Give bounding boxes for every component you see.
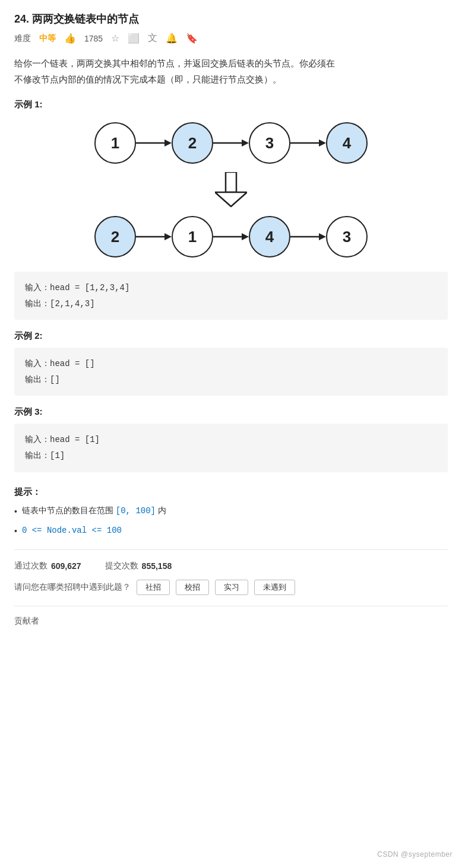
- meta-row: 难度 中等 👍 1785 ☆ ⬜ 文 🔔 🔖: [14, 32, 448, 44]
- divider2: [14, 606, 448, 606]
- diagram-top-row: 1 2 3 4: [94, 122, 368, 164]
- node-4: 4: [326, 122, 368, 164]
- arrow-1-2: [136, 136, 172, 150]
- recruit-btn-social[interactable]: 社招: [137, 580, 170, 595]
- star-icon[interactable]: ☆: [111, 33, 119, 44]
- pass-stats: 通过次数 609,627: [14, 561, 81, 571]
- bell-icon[interactable]: 🔔: [166, 33, 178, 44]
- example3-title: 示例 3:: [14, 406, 448, 418]
- example3-output: 输出：[1]: [25, 448, 437, 464]
- submit-value: 855,158: [142, 561, 172, 571]
- hint2-bullet: •: [14, 524, 17, 539]
- hint2-text: 0 <= Node.val <= 100: [22, 523, 122, 538]
- stats-row: 通过次数 609,627 提交次数 855,158: [14, 561, 448, 571]
- example3-input: 输入：head = [1]: [25, 432, 437, 448]
- arrow-b4-3: [290, 230, 326, 244]
- bookmark-icon[interactable]: 🔖: [186, 33, 198, 44]
- example2-box: 输入：head = [] 输出：[]: [14, 348, 448, 396]
- svg-marker-5: [319, 139, 326, 147]
- arrow-b1-4: [213, 230, 249, 244]
- pass-value: 609,627: [51, 561, 81, 571]
- node-b2: 2: [94, 216, 136, 257]
- example2-output: 输出：[]: [25, 372, 437, 388]
- svg-rect-6: [226, 172, 236, 192]
- translate-icon[interactable]: 文: [148, 32, 157, 44]
- hint1-bullet: •: [14, 505, 17, 519]
- arrow-b2-1: [136, 230, 172, 244]
- hint1-text-after: 内: [156, 505, 166, 515]
- diagram: 1 2 3 4 2 1 4: [14, 116, 448, 263]
- hints-section: 提示： • 链表中节点的数目在范围 [0, 100] 内 • 0 <= Node…: [14, 487, 448, 539]
- submit-label: 提交次数: [105, 561, 138, 571]
- node-1: 1: [94, 122, 136, 164]
- svg-marker-3: [242, 139, 249, 147]
- node-b4: 4: [249, 216, 290, 257]
- pass-label: 通过次数: [14, 561, 48, 571]
- svg-marker-1: [164, 139, 172, 147]
- submit-stats: 提交次数 855,158: [105, 561, 172, 571]
- svg-marker-7: [215, 192, 247, 206]
- arrow-3-4: [290, 136, 326, 150]
- example1-box: 输入：head = [1,2,3,4] 输出：[2,1,4,3]: [14, 272, 448, 320]
- diagram-bottom-row: 2 1 4 3: [94, 216, 368, 257]
- example3-box: 输入：head = [1] 输出：[1]: [14, 424, 448, 472]
- like-icon[interactable]: 👍: [64, 33, 76, 44]
- divider: [14, 549, 448, 550]
- hint1-text-before: 链表中节点的数目在范围: [22, 505, 116, 515]
- arrow-2-3: [213, 136, 249, 150]
- example2-input: 输入：head = []: [25, 356, 437, 372]
- recruit-btn-intern[interactable]: 实习: [215, 580, 248, 595]
- recruit-row: 请问您在哪类招聘中遇到此题？ 社招 校招 实习 未遇到: [14, 580, 448, 595]
- hint-item-2: • 0 <= Node.val <= 100: [14, 523, 448, 539]
- page-title: 24. 两两交换链表中的节点: [14, 12, 448, 26]
- svg-marker-9: [164, 233, 172, 240]
- recruit-btn-campus[interactable]: 校招: [176, 580, 209, 595]
- description: 给你一个链表，两两交换其中相邻的节点，并返回交换后链表的头节点。你必须在 不修改…: [14, 55, 448, 87]
- node-3: 3: [249, 122, 290, 164]
- node-b3: 3: [326, 216, 368, 257]
- node-b1: 1: [172, 216, 213, 257]
- hint1-text: 链表中节点的数目在范围 [0, 100] 内: [22, 504, 166, 519]
- like-count: 1785: [84, 34, 103, 43]
- example1-title: 示例 1:: [14, 99, 448, 110]
- node-2: 2: [172, 122, 213, 164]
- hints-title: 提示：: [14, 487, 448, 498]
- svg-marker-13: [319, 233, 326, 240]
- down-arrow: [215, 172, 247, 208]
- example2-title: 示例 2:: [14, 330, 448, 342]
- example1-input: 输入：head = [1,2,3,4]: [25, 280, 437, 296]
- contributor-label: 贡献者: [14, 616, 448, 627]
- recruit-btn-none[interactable]: 未遇到: [254, 580, 295, 595]
- difficulty-value: 中等: [39, 33, 56, 44]
- hint2-code: 0 <= Node.val <= 100: [22, 526, 122, 535]
- recruit-question: 请问您在哪类招聘中遇到此题？: [14, 582, 131, 593]
- share-icon[interactable]: ⬜: [128, 33, 140, 44]
- hint-item-1: • 链表中节点的数目在范围 [0, 100] 内: [14, 504, 448, 519]
- example1-output: 输出：[2,1,4,3]: [25, 296, 437, 312]
- svg-marker-11: [242, 233, 249, 240]
- hint1-code: [0, 100]: [116, 506, 156, 516]
- difficulty-label: 难度: [14, 33, 31, 44]
